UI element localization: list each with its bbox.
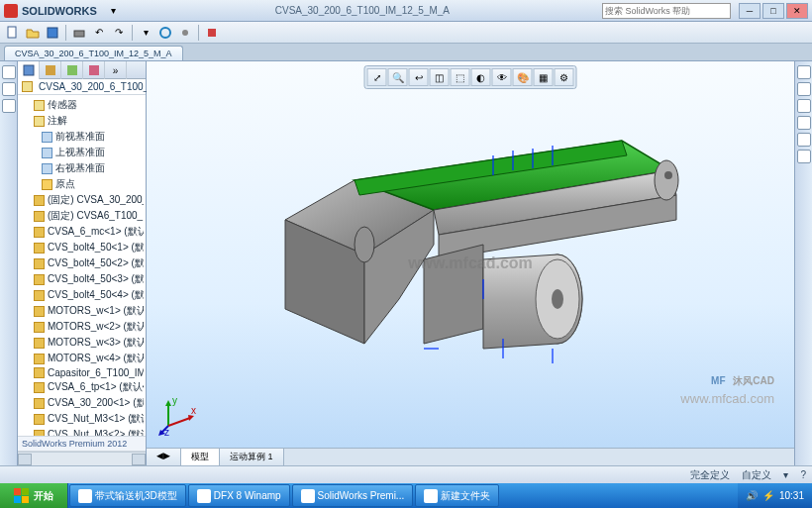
file-explorer-tab-icon[interactable] bbox=[797, 99, 811, 113]
feature-tree[interactable]: 传感器 注解 前视基准面 上视基准面 右视基准面 原点 (固定) CVSA_30… bbox=[18, 95, 146, 436]
part-icon bbox=[34, 274, 45, 285]
new-file-icon[interactable] bbox=[4, 24, 22, 42]
rebuild-icon[interactable] bbox=[156, 24, 174, 42]
cmd-icon-3[interactable] bbox=[2, 99, 16, 113]
tray-icon[interactable]: 🔊 bbox=[746, 490, 758, 501]
tab-model[interactable]: 模型 bbox=[181, 449, 220, 465]
svg-rect-2 bbox=[74, 31, 84, 37]
viewport-tabs: ◀▶ 模型 运动算例 1 bbox=[147, 448, 794, 465]
view-settings-icon[interactable]: ⚙ bbox=[555, 68, 574, 86]
status-help-icon[interactable]: ? bbox=[800, 469, 806, 480]
orientation-triad-icon[interactable]: yxz bbox=[158, 396, 198, 436]
tree-part-item[interactable]: (固定) CVSA6_T100_IM_13_4 bbox=[20, 208, 144, 224]
taskbar-item[interactable]: SolidWorks Premi... bbox=[292, 484, 414, 507]
3d-viewport[interactable]: ⤢ 🔍 ↩ ◫ ⬚ ◐ 👁 🎨 ▦ ⚙ bbox=[147, 61, 794, 465]
tree-part-item[interactable]: CVS_Nut_M3<2> (默认<<默认 bbox=[20, 427, 144, 436]
tree-part-item[interactable]: MOTORS_w<2> (默认<<默认> bbox=[20, 319, 144, 335]
clock[interactable]: 10:31 bbox=[779, 490, 804, 501]
part-icon bbox=[34, 227, 45, 238]
color-icon[interactable] bbox=[203, 24, 221, 42]
tabs-nav-icon[interactable]: ◀▶ bbox=[147, 449, 181, 465]
custom-props-tab-icon[interactable] bbox=[797, 150, 811, 163]
close-button[interactable]: ✕ bbox=[786, 3, 808, 19]
tree-sensors[interactable]: 传感器 bbox=[20, 97, 144, 113]
dim-tab-icon[interactable] bbox=[83, 61, 105, 79]
tree-annotations[interactable]: 注解 bbox=[20, 113, 144, 129]
scroll-left-icon[interactable] bbox=[18, 454, 32, 465]
scroll-right-icon[interactable] bbox=[132, 454, 146, 465]
save-icon[interactable] bbox=[44, 24, 61, 42]
edit-appearance-icon[interactable]: 🎨 bbox=[513, 68, 533, 86]
system-tray[interactable]: 🔊 ⚡ 10:31 bbox=[738, 483, 812, 508]
zoom-fit-icon[interactable]: ⤢ bbox=[367, 68, 387, 86]
svg-rect-43 bbox=[14, 496, 21, 503]
tree-part-item[interactable]: Capasitor_6_T100_IM_A<1> bbox=[20, 366, 144, 379]
tree-part-item[interactable]: MOTORS_w<4> (默认<<默认> bbox=[20, 351, 144, 366]
section-view-icon[interactable]: ◫ bbox=[430, 68, 450, 86]
tree-part-item[interactable]: CVS_bolt4_50<4> (默认<<默 bbox=[20, 287, 144, 303]
tab-motion-study[interactable]: 运动算例 1 bbox=[220, 449, 284, 465]
cmd-icon-2[interactable] bbox=[2, 82, 16, 96]
display-tab-icon[interactable]: » bbox=[105, 61, 127, 79]
part-icon bbox=[34, 398, 45, 409]
cmd-icon-1[interactable] bbox=[2, 65, 16, 79]
taskbar-item[interactable]: DFX 8 Winamp bbox=[188, 484, 290, 507]
tree-part-item[interactable]: MOTORS_w<1> (默认<<默认> bbox=[20, 303, 144, 319]
resources-tab-icon[interactable] bbox=[797, 65, 811, 79]
tree-right-plane[interactable]: 右视基准面 bbox=[20, 160, 144, 176]
maximize-button[interactable]: □ bbox=[762, 3, 784, 19]
view-palette-tab-icon[interactable] bbox=[797, 116, 811, 130]
start-button[interactable]: 开始 bbox=[0, 483, 68, 508]
hide-show-icon[interactable]: 👁 bbox=[492, 68, 512, 86]
menu-dropdown-icon[interactable]: ▾ bbox=[105, 2, 123, 20]
search-input[interactable] bbox=[602, 3, 731, 19]
apply-scene-icon[interactable]: ▦ bbox=[534, 68, 554, 86]
appearances-tab-icon[interactable] bbox=[797, 133, 811, 147]
sw-version-label: SolidWorks Premium 2012 bbox=[18, 436, 146, 452]
part-icon bbox=[34, 382, 45, 393]
zoom-area-icon[interactable]: 🔍 bbox=[388, 68, 408, 86]
tree-part-item[interactable]: (固定) CVSA_30_200_6_FO_1 bbox=[20, 192, 144, 208]
doc-tab-active[interactable]: CVSA_30_200_6_T100_IM_12_5_M_A bbox=[4, 46, 183, 60]
tree-part-item[interactable]: CVS_Nut_M3<1> (默认<<默认 bbox=[20, 411, 144, 427]
tree-top-plane[interactable]: 上视基准面 bbox=[20, 145, 144, 160]
panel-scrollbar[interactable] bbox=[18, 452, 146, 465]
tree-part-item[interactable]: CVS_bolt4_50<2> (默认<<默 bbox=[20, 255, 144, 271]
feature-tree-tab-icon[interactable] bbox=[18, 61, 40, 79]
taskbar-item[interactable]: 带式输送机3D模型 bbox=[69, 484, 186, 507]
solidworks-logo-icon bbox=[4, 4, 18, 18]
tree-origin[interactable]: 原点 bbox=[20, 176, 144, 192]
redo-icon[interactable]: ↷ bbox=[110, 24, 128, 42]
tree-part-item[interactable]: CVSA_6_tp<1> (默认<<默认 bbox=[20, 379, 144, 395]
watermark-logo: MF 沐风CAD www.mfcad.com bbox=[680, 359, 774, 406]
svg-rect-9 bbox=[89, 65, 99, 75]
tray-icon[interactable]: ⚡ bbox=[762, 490, 774, 501]
app-icon bbox=[197, 489, 211, 503]
display-style-icon[interactable]: ◐ bbox=[471, 68, 491, 86]
tree-part-item[interactable]: MOTORS_w<3> (默认<<默认> bbox=[20, 335, 144, 351]
prev-view-icon[interactable]: ↩ bbox=[409, 68, 429, 86]
config-tab-icon[interactable] bbox=[61, 61, 83, 79]
windows-logo-icon bbox=[14, 488, 30, 504]
print-icon[interactable] bbox=[70, 24, 88, 42]
open-file-icon[interactable] bbox=[24, 24, 42, 42]
options-icon[interactable] bbox=[176, 24, 194, 42]
undo-icon[interactable]: ↶ bbox=[90, 24, 108, 42]
tree-front-plane[interactable]: 前视基准面 bbox=[20, 129, 144, 145]
property-tab-icon[interactable] bbox=[40, 61, 61, 79]
taskbar-item[interactable]: 新建文件夹 bbox=[415, 484, 499, 507]
tree-part-item[interactable]: CVSA_30_200<1> (默认<<默 bbox=[20, 395, 144, 411]
tree-part-item[interactable]: CVS_bolt4_50<3> (默认<<默 bbox=[20, 271, 144, 287]
part-icon bbox=[34, 322, 45, 333]
tree-root[interactable]: CVSA_30_200_6_T100_IM_12_5_M bbox=[18, 79, 146, 95]
select-icon[interactable]: ▾ bbox=[137, 24, 154, 42]
minimize-button[interactable]: ─ bbox=[739, 3, 761, 19]
titlebar: SOLIDWORKS ▾ CVSA_30_200_6_T100_IM_12_5_… bbox=[0, 0, 812, 22]
view-orientation-icon[interactable]: ⬚ bbox=[451, 68, 470, 86]
svg-rect-5 bbox=[208, 29, 216, 37]
solidworks-statusbar: 完全定义 自定义 ▾ ? bbox=[0, 465, 812, 483]
design-library-tab-icon[interactable] bbox=[797, 82, 811, 96]
status-edit[interactable]: 自定义 bbox=[742, 468, 771, 482]
tree-part-item[interactable]: CVSA_6_mc<1> (默认<<默认 bbox=[20, 224, 144, 240]
tree-part-item[interactable]: CVS_bolt4_50<1> (默认<<默 bbox=[20, 240, 144, 255]
